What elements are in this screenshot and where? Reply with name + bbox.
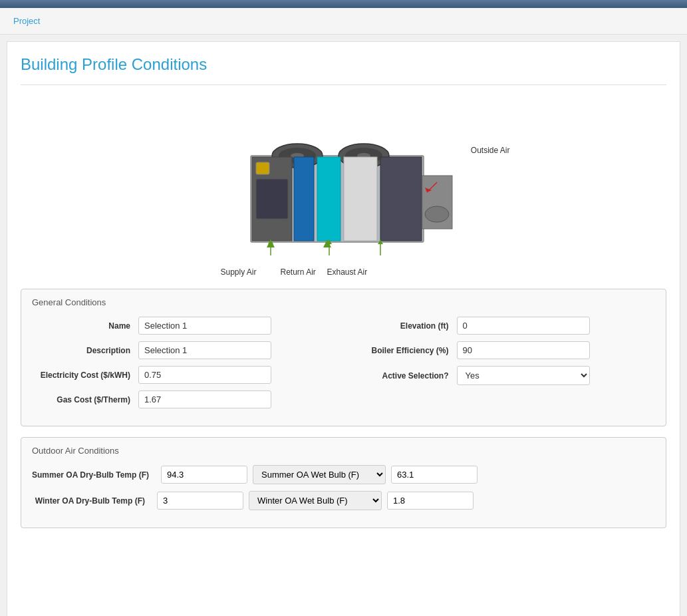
svg-rect-9 [256, 179, 288, 219]
page-title: Building Profile Conditions [21, 55, 666, 74]
breadcrumb-project-link[interactable]: Project [13, 16, 40, 26]
winter-wetbulb-select[interactable]: Winter OA Wet Bulb (F) Winter OA Dew Poi… [249, 491, 382, 510]
winter-drybulb-input[interactable] [157, 492, 243, 510]
summer-drybulb-input[interactable] [161, 466, 247, 484]
winter-wetbulb-input[interactable] [387, 492, 474, 510]
active-selection-select[interactable]: Yes No [457, 366, 590, 385]
elevation-row: Elevation (ft) [350, 317, 656, 335]
description-input[interactable] [138, 341, 271, 359]
gas-cost-row: Gas Cost ($/Therm) [32, 390, 337, 408]
boiler-efficiency-input[interactable] [457, 341, 590, 359]
general-conditions-section: General Conditions Name Description Elec… [21, 289, 666, 426]
hvac-diagram-svg [211, 116, 464, 262]
main-content: Building Profile Conditions [7, 41, 680, 616]
winter-drybulb-label: Winter OA Dry-Bulb Temp (F) [32, 496, 152, 506]
active-selection-label: Active Selection? [350, 371, 457, 381]
svg-rect-8 [256, 162, 269, 174]
breadcrumb-bar: Project [0, 8, 687, 35]
winter-drybulb-row: Winter OA Dry-Bulb Temp (F) Winter OA We… [32, 491, 655, 510]
boiler-efficiency-row: Boiler Efficiency (%) [350, 341, 656, 359]
electricity-cost-row: Electricity Cost ($/kWH) [32, 366, 337, 384]
supply-air-label: Supply Air [221, 267, 257, 277]
summer-wetbulb-select[interactable]: Summer OA Wet Bulb (F) Summer OA Dew Poi… [253, 465, 386, 484]
svg-rect-11 [317, 157, 341, 241]
name-row: Name [32, 317, 337, 335]
name-input[interactable] [138, 317, 271, 335]
exhaust-air-label: Exhaust Air [327, 267, 368, 277]
hvac-diagram-container: Supply Air Return Air Exhaust Air Outsid… [21, 96, 666, 289]
svg-rect-10 [294, 157, 314, 241]
electricity-cost-input[interactable] [138, 366, 271, 384]
return-air-label: Return Air [281, 267, 316, 277]
summer-wetbulb-input[interactable] [391, 466, 478, 484]
gas-cost-label: Gas Cost ($/Therm) [32, 395, 138, 404]
general-conditions-title: General Conditions [32, 297, 655, 307]
top-bar [0, 0, 687, 8]
svg-point-15 [425, 206, 449, 222]
svg-rect-12 [344, 157, 377, 241]
gas-cost-input[interactable] [138, 390, 271, 408]
svg-rect-13 [380, 157, 422, 241]
summer-drybulb-row: Summer OA Dry-Bulb Temp (F) Summer OA We… [32, 465, 655, 484]
outside-air-label: Outside Air [471, 146, 510, 155]
elevation-label: Elevation (ft) [350, 321, 457, 331]
summer-drybulb-label: Summer OA Dry-Bulb Temp (F) [32, 470, 156, 480]
outdoor-conditions-section: Outdoor Air Conditions Summer OA Dry-Bul… [21, 437, 666, 528]
outdoor-conditions-title: Outdoor Air Conditions [32, 446, 655, 456]
description-label: Description [32, 346, 138, 355]
active-selection-row: Active Selection? Yes No [350, 366, 656, 385]
electricity-cost-label: Electricity Cost ($/kWH) [32, 371, 138, 380]
description-row: Description [32, 341, 337, 359]
elevation-input[interactable] [457, 317, 590, 335]
title-divider [21, 84, 666, 85]
name-label: Name [32, 321, 138, 331]
boiler-efficiency-label: Boiler Efficiency (%) [350, 346, 457, 355]
